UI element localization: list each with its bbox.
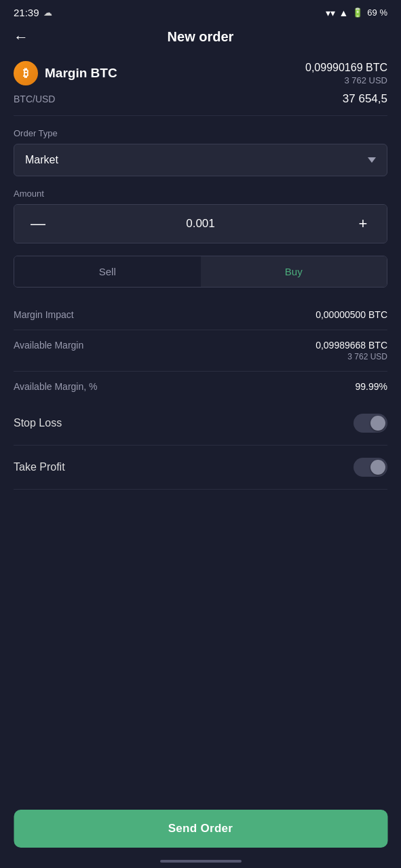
status-bar: 21:39 ☁ ▾▾ ▲ 🔋 69 % xyxy=(0,0,401,22)
available-margin-pct-value-container: 99.99% xyxy=(356,381,387,392)
order-type-value: Market xyxy=(25,154,58,166)
pair-label: BTC/USD xyxy=(14,94,55,104)
decrement-button[interactable]: — xyxy=(14,205,62,243)
increment-button[interactable]: + xyxy=(339,205,387,243)
battery-text: 🔋 xyxy=(352,7,363,18)
amount-stepper: — 0.001 + xyxy=(14,204,387,243)
plus-icon: + xyxy=(359,216,368,231)
time-text: 21:39 xyxy=(14,7,39,18)
asset-info-right: 0,09990169 BTC 3 762 USD xyxy=(305,62,387,85)
status-icons-group: ▾▾ ▲ 🔋 69 % xyxy=(326,7,388,18)
toggle-section: Stop Loss Take Profit xyxy=(0,401,401,490)
stop-loss-toggle[interactable] xyxy=(354,414,387,433)
take-profit-toggle[interactable] xyxy=(354,458,387,477)
battery-percentage: 69 % xyxy=(367,7,387,18)
asset-btc-value: 0,09990169 BTC xyxy=(305,62,387,74)
asset-row: ₿ Margin BTC 0,09990169 BTC 3 762 USD xyxy=(0,54,401,88)
header: ← New order xyxy=(0,22,401,54)
available-margin-row: Available Margin 0,09989668 BTC 3 762 US… xyxy=(14,330,387,372)
send-order-button[interactable]: Send Order xyxy=(14,810,387,848)
buy-button[interactable]: Buy xyxy=(201,256,387,287)
cloud-icon: ☁ xyxy=(43,7,52,18)
amount-label: Amount xyxy=(14,189,387,199)
stop-loss-row: Stop Loss xyxy=(14,401,387,446)
minus-icon: — xyxy=(31,216,45,231)
take-profit-track xyxy=(354,458,387,477)
available-margin-usd: 3 762 USD xyxy=(316,352,387,361)
amount-section: Amount — 0.001 + xyxy=(14,189,387,243)
signal-icon: ▲ xyxy=(339,7,349,18)
stop-loss-thumb xyxy=(370,416,385,431)
info-section: Margin Impact 0,00000500 BTC Available M… xyxy=(0,300,401,401)
margin-impact-value: 0,00000500 BTC xyxy=(316,309,387,320)
margin-impact-row: Margin Impact 0,00000500 BTC xyxy=(14,300,387,330)
asset-usd-value: 3 762 USD xyxy=(305,75,387,85)
home-indicator xyxy=(160,860,242,863)
order-type-select[interactable]: Market xyxy=(14,144,387,176)
btc-icon: ₿ xyxy=(14,61,38,85)
take-profit-label: Take Profit xyxy=(14,461,65,473)
available-margin-pct-row: Available Margin, % 99.99% xyxy=(14,372,387,401)
margin-impact-value-container: 0,00000500 BTC xyxy=(316,309,387,320)
stop-loss-label: Stop Loss xyxy=(14,417,62,429)
asset-info-left: ₿ Margin BTC xyxy=(14,61,117,85)
sell-button[interactable]: Sell xyxy=(14,256,201,287)
take-profit-thumb xyxy=(370,460,385,475)
pair-price: 37 654,5 xyxy=(343,92,387,106)
chevron-down-icon xyxy=(368,157,376,163)
wifi-icon: ▾▾ xyxy=(326,7,335,18)
margin-impact-label: Margin Impact xyxy=(14,309,74,320)
take-profit-row: Take Profit xyxy=(14,446,387,490)
asset-name: Margin BTC xyxy=(45,66,117,81)
back-button[interactable]: ← xyxy=(14,28,28,46)
status-time-group: 21:39 ☁ xyxy=(14,7,52,18)
page-title: New order xyxy=(168,29,234,45)
pair-row: BTC/USD 37 654,5 xyxy=(0,88,401,115)
available-margin-label: Available Margin xyxy=(14,340,83,351)
amount-value[interactable]: 0.001 xyxy=(62,217,339,231)
available-margin-pct-label: Available Margin, % xyxy=(14,381,97,392)
available-margin-pct-value: 99.99% xyxy=(356,381,387,392)
stop-loss-track xyxy=(354,414,387,433)
available-margin-value-container: 0,09989668 BTC 3 762 USD xyxy=(316,340,387,361)
buy-sell-toggle: Sell Buy xyxy=(14,256,387,288)
order-type-section: Order Type Market Amount — 0.001 + xyxy=(0,116,401,243)
btc-icon-letter: ₿ xyxy=(23,67,28,79)
order-type-label: Order Type xyxy=(14,128,387,138)
available-margin-btc: 0,09989668 BTC xyxy=(316,340,387,351)
